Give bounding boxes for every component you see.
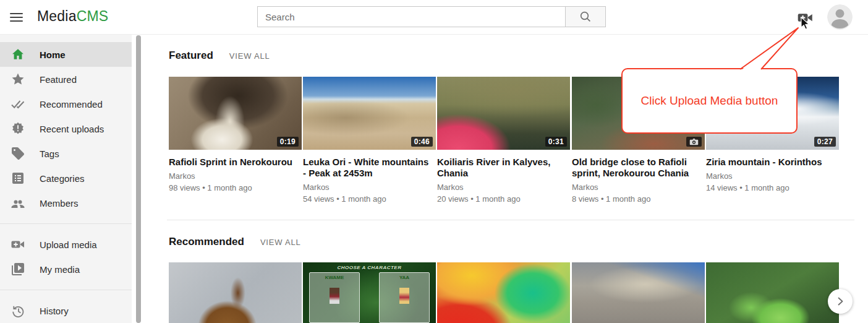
video-card (572, 262, 705, 323)
categories-icon (11, 171, 25, 186)
game-character-panel: YAA Select (379, 272, 430, 323)
video-card (169, 262, 302, 323)
duration-badge: 0:31 (545, 137, 567, 147)
sidebar-item-label: Categories (40, 173, 85, 184)
search-bar (257, 6, 606, 27)
section-divider (167, 220, 854, 220)
home-icon (11, 47, 25, 62)
upload-media-icon (11, 237, 25, 252)
video-thumbnail[interactable]: 0:27 (706, 77, 839, 150)
sidebar-divider (0, 290, 132, 290)
app-logo[interactable]: MediaCMS (37, 8, 108, 25)
video-title[interactable]: Leuka Ori - White mountains - Peak at 24… (303, 157, 434, 179)
video-meta: 14 views • 1 month ago (706, 183, 839, 192)
person-icon (827, 4, 853, 30)
game-character-name: YAA (380, 275, 429, 280)
video-card: 0:31 Koiliaris River in Kalyves, Chania … (437, 77, 570, 204)
top-bar: MediaCMS (0, 0, 868, 35)
history-icon (11, 303, 25, 318)
carousel-next-button[interactable] (828, 289, 853, 314)
sidebar-item-label: Recent uploads (40, 124, 104, 134)
sidebar-item-home[interactable]: Home (0, 42, 132, 67)
video-card: Old bridge close to Rafioli sprint, Nero… (572, 77, 705, 204)
game-heading-text: CHOOSE A CHARACTER (303, 265, 436, 270)
video-thumbnail[interactable]: 0:31 (437, 77, 570, 150)
video-meta: 54 views • 1 month ago (303, 194, 436, 204)
sidebar-item-featured[interactable]: Featured (0, 67, 132, 92)
duration-badge: 0:46 (411, 137, 433, 147)
game-character-sprite (330, 288, 339, 304)
sidebar-item-upload-media[interactable]: Upload media (0, 232, 132, 257)
sidebar-scrollbar-track (135, 35, 142, 323)
video-title[interactable]: Ziria mountain - Korinthos (706, 157, 837, 168)
video-title[interactable]: Rafioli Sprint in Nerokourou (169, 157, 300, 168)
video-meta: 98 views • 1 month ago (169, 183, 302, 192)
video-author[interactable]: Markos (706, 171, 839, 181)
video-meta: 20 views • 1 month ago (437, 194, 570, 204)
view-all-link[interactable]: VIEW ALL (260, 238, 301, 247)
video-thumbnail[interactable]: 0:19 (169, 77, 302, 150)
sidebar-item-label: Home (40, 50, 66, 60)
video-card: 0:46 Leuka Ori - White mountains - Peak … (303, 77, 436, 204)
video-card (437, 262, 570, 323)
video-author[interactable]: Markos (437, 183, 570, 192)
sidebar-item-label: My media (40, 264, 80, 275)
recommended-section-header: Recommended VIEW ALL (169, 236, 301, 248)
sidebar-item-label: Upload media (40, 239, 97, 250)
sidebar-divider (0, 223, 132, 224)
duration-badge: 0:27 (814, 137, 836, 147)
sidebar-item-categories[interactable]: Categories (0, 166, 132, 191)
view-all-link[interactable]: VIEW ALL (229, 51, 270, 61)
video-thumbnail[interactable] (437, 262, 570, 323)
sidebar-item-recommended[interactable]: Recommended (0, 92, 132, 116)
game-character-sprite (399, 288, 409, 304)
logo-cms-text: CMS (77, 8, 109, 24)
video-author[interactable]: Markos (572, 183, 705, 192)
video-thumbnail[interactable]: 0:46 (303, 77, 436, 150)
search-icon (579, 10, 592, 24)
video-title[interactable]: Old bridge close to Rafioli sprint, Nero… (572, 157, 703, 179)
menu-icon[interactable] (10, 11, 23, 24)
video-card: CHOOSE A CHARACTER KWAME Selected YAA Se… (303, 262, 436, 323)
sidebar-item-members[interactable]: Members (0, 191, 132, 215)
sidebar-item-label: Featured (40, 74, 77, 85)
sidebar-item-recent-uploads[interactable]: Recent uploads (0, 116, 132, 141)
video-author[interactable]: Markos (169, 171, 302, 181)
star-icon (11, 72, 25, 87)
search-input[interactable] (257, 6, 565, 27)
video-thumbnail[interactable] (572, 262, 705, 323)
user-avatar[interactable] (827, 4, 853, 30)
video-thumbnail[interactable] (169, 262, 302, 323)
sidebar-scrollbar[interactable] (136, 35, 141, 323)
sidebar-item-label: Recommended (40, 99, 103, 110)
tag-icon (11, 146, 25, 161)
my-media-icon (11, 262, 25, 277)
video-thumbnail[interactable] (706, 262, 839, 323)
sidebar-item-tags[interactable]: Tags (0, 141, 132, 166)
video-thumbnail[interactable] (572, 77, 705, 150)
video-meta: 8 views • 1 month ago (572, 194, 705, 204)
sidebar: Home Featured Recommended Recent uploads… (0, 35, 132, 323)
double-check-icon (11, 97, 25, 111)
featured-section-header: Featured VIEW ALL (169, 50, 270, 62)
sidebar-item-my-media[interactable]: My media (0, 257, 132, 282)
sidebar-item-label: Members (40, 198, 79, 209)
logo-media-text: Media (37, 8, 77, 24)
section-title: Recommended (169, 236, 244, 248)
search-button[interactable] (565, 6, 606, 27)
video-thumbnail[interactable]: CHOOSE A CHARACTER KWAME Selected YAA Se… (303, 262, 436, 323)
mediacms-page: MediaCMS Home Featured Recommended (0, 0, 868, 323)
section-title: Featured (169, 50, 213, 62)
sidebar-item-history[interactable]: History (0, 298, 132, 323)
video-card (706, 262, 839, 323)
sidebar-item-label: Tags (40, 149, 59, 159)
new-releases-icon (11, 121, 25, 136)
video-title[interactable]: Koiliaris River in Kalyves, Chania (437, 157, 568, 179)
chevron-right-icon (834, 295, 846, 308)
video-card: 0:19 Rafioli Sprint in Nerokourou Markos… (169, 77, 302, 192)
upload-media-icon[interactable] (797, 9, 814, 26)
camera-photo-icon (686, 137, 702, 147)
video-author[interactable]: Markos (303, 183, 436, 192)
video-card: 0:27 Ziria mountain - Korinthos Markos 1… (706, 77, 839, 192)
game-character-panel: KWAME Selected (309, 272, 360, 323)
